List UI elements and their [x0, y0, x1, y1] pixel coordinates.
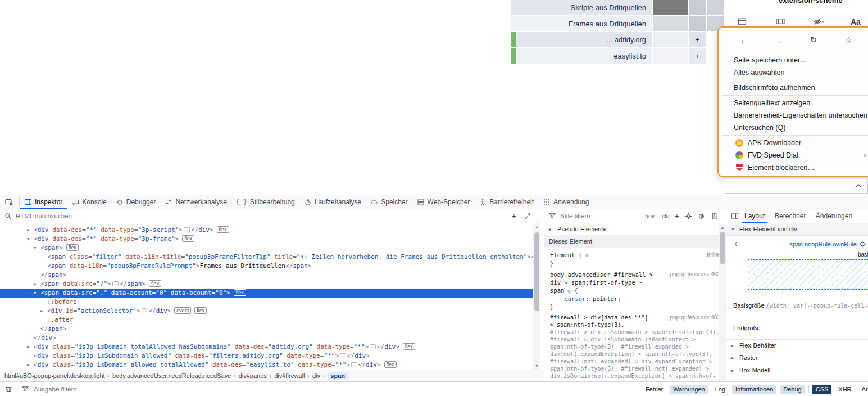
sidebar-toggle-icon[interactable]	[731, 212, 739, 220]
collapsed-content-icon[interactable]: …	[142, 308, 148, 313]
large-media-icon[interactable]	[775, 17, 785, 26]
flex-badge[interactable]: flex	[182, 235, 194, 242]
dark-scheme-icon[interactable]	[698, 213, 705, 220]
twisty-icon[interactable]: ▼	[34, 244, 40, 253]
flex-badge[interactable]: flex	[217, 226, 229, 233]
bookmark-icon[interactable]: ☆	[843, 35, 853, 45]
tab-laufzeitanalyse[interactable]: Laufzeitanalyse	[299, 195, 366, 209]
section-grid[interactable]: ▶ Raster	[726, 352, 868, 364]
markup-line[interactable]: ▼<span>flex	[0, 244, 533, 253]
menu-item-save-page-as[interactable]: Seite speichern unter…	[719, 54, 868, 66]
scroll-down-icon[interactable]: ▼	[533, 364, 540, 368]
markup-line[interactable]: ▶<div data-des="*" data-type="3p-script"…	[0, 226, 533, 235]
markup-line[interactable]: <div class="is3p isSubdomain allowed" da…	[0, 352, 533, 361]
markup-line[interactable]: <span class="filter" data-i18n-title="po…	[0, 253, 533, 262]
flex-badge[interactable]: flex	[403, 343, 415, 350]
print-media-icon[interactable]	[711, 213, 718, 220]
reload-icon[interactable]: ↻	[808, 35, 819, 45]
light-scheme-icon[interactable]	[685, 213, 692, 220]
highlight-node-icon[interactable]	[858, 240, 866, 248]
breadcrumb-item[interactable]: div#panes	[239, 372, 267, 379]
markup-line[interactable]: ::before	[0, 298, 533, 307]
collapsed-content-icon[interactable]: …	[112, 281, 119, 286]
flex-badge[interactable]: flex	[149, 280, 161, 287]
filter-info-button[interactable]: Informationen	[732, 385, 776, 394]
flex-badge[interactable]: flex	[384, 361, 397, 368]
filter-css-button[interactable]: CSS	[812, 385, 832, 394]
prev-flex-item-icon[interactable]: ‹	[734, 238, 737, 248]
filter-errors-button[interactable]: Fehler	[642, 385, 666, 394]
rule-source-link[interactable]: popup-fenix.css:462	[670, 271, 720, 278]
tab-aenderungen[interactable]: Änderungen	[811, 209, 857, 223]
forward-icon[interactable]: →	[774, 35, 784, 45]
markup-line[interactable]: ▼<span data-src="." data-acount="0" data…	[0, 289, 533, 298]
collapsed-content-icon[interactable]: …	[370, 344, 376, 349]
event-badge[interactable]: event	[174, 307, 191, 314]
filter-xhr-button[interactable]: XHR	[835, 385, 855, 394]
tab-netzwerkanalyse[interactable]: Netzwerkanalyse	[160, 195, 231, 209]
firewall-rule-cell[interactable]	[707, 0, 724, 15]
clear-console-icon[interactable]	[4, 385, 12, 393]
twisty-icon[interactable]: ▶	[27, 361, 34, 370]
tab-anwendung[interactable]: Anwendung	[538, 195, 593, 209]
scrollbar-thumb[interactable]	[534, 232, 539, 311]
firewall-row-label[interactable]: easylist.to	[516, 48, 652, 64]
console-filter-input[interactable]: Ausgabe filtern	[34, 386, 77, 393]
flex-badge[interactable]: flex	[234, 289, 246, 296]
markup-line[interactable]: ▶<div id="actionSelector">…</div>eventfl…	[0, 307, 533, 316]
add-node-icon[interactable]: +	[512, 212, 516, 220]
filter-requests-button[interactable]: Anfragen	[858, 385, 868, 394]
pick-element-button[interactable]	[0, 195, 19, 209]
menu-item-select-all[interactable]: Alles auswählen	[719, 66, 868, 79]
breadcrumb-item[interactable]: body.advancedUser.needReload.needSave	[112, 372, 231, 379]
markup-line[interactable]: ▶<div class="is3p isDomain allowed total…	[0, 361, 533, 370]
filter-log-button[interactable]: Log	[712, 385, 729, 394]
tab-stilbearbeitung[interactable]: { } Stilbearbeitung	[231, 195, 299, 209]
menu-item-fvd-speed-dial[interactable]: FVD Speed Dial ›	[719, 149, 868, 161]
rule-source-link[interactable]: popup-fenix.css:403	[670, 314, 720, 321]
firewall-row-label[interactable]: Skripte aus Drittquellen	[511, 0, 652, 15]
add-rule-icon[interactable]: +	[675, 212, 679, 220]
tab-web-speicher[interactable]: Web-Speicher	[412, 195, 475, 209]
remote-fonts-icon[interactable]: Aa	[851, 17, 861, 26]
menu-item-block-element[interactable]: Element blockieren…	[719, 161, 868, 174]
tab-berechnet[interactable]: Berechnet	[770, 209, 810, 223]
menu-item-view-source[interactable]: Seitenquelltext anzeigen	[719, 97, 868, 109]
tab-layout[interactable]: Layout	[740, 209, 769, 223]
firewall-rule-cell[interactable]	[689, 0, 706, 15]
back-icon[interactable]: ←	[739, 35, 749, 45]
firewall-rule-cell[interactable]	[653, 32, 688, 47]
tab-konsole[interactable]: Konsole	[67, 195, 111, 209]
pseudo-elements-header[interactable]: ▶ Pseudo-Elemente	[544, 223, 726, 235]
menu-item-inspect-a11y[interactable]: Barrierefreiheit-Eigenschaften untersuch…	[719, 109, 868, 122]
firewall-rule-cell[interactable]	[653, 16, 688, 32]
section-box-model[interactable]: ▶ Box-Modell	[726, 364, 868, 376]
style-filter-input[interactable]: Stile filtern	[560, 213, 590, 219]
firewall-rule-cell[interactable]	[689, 16, 706, 32]
pseudo-class-button[interactable]: :hov	[643, 213, 655, 219]
scrollbar-thumb[interactable]	[720, 232, 725, 264]
firewall-plus-cell[interactable]: +	[689, 32, 706, 47]
scroll-up-icon[interactable]: ▲	[533, 225, 540, 229]
firewall-plus-cell[interactable]: +	[689, 48, 706, 64]
collapsed-content-icon[interactable]: …	[351, 362, 357, 367]
twisty-icon[interactable]: ▶	[27, 343, 34, 352]
markup-line[interactable]: ::after	[0, 316, 533, 325]
tab-speicher[interactable]: Speicher	[366, 195, 412, 209]
twisty-icon[interactable]: ▶	[34, 280, 40, 289]
breadcrumb-item-selected[interactable]: span	[328, 372, 348, 380]
flex-badge[interactable]: flex	[66, 244, 79, 251]
eyedropper-icon[interactable]	[524, 213, 531, 220]
collapsed-content-icon[interactable]: …	[184, 227, 190, 232]
scroll-up-icon[interactable]: ▲	[719, 226, 726, 230]
firewall-row-label[interactable]: Frames aus Drittquellen	[511, 16, 652, 32]
menu-item-take-screenshot[interactable]: Bildschirmfoto aufnehmen	[719, 82, 868, 94]
breadcrumb-item[interactable]: div#firewall	[274, 372, 305, 379]
section-flex-container[interactable]: ▶ Flex-Behälter	[726, 339, 868, 352]
collapsed-content-icon[interactable]: …	[340, 353, 346, 358]
tab-debugger[interactable]: Debugger	[111, 195, 161, 209]
popup-blocker-icon[interactable]	[737, 17, 747, 26]
firewall-rule-cell[interactable]	[653, 48, 688, 64]
scroll-hint-strip[interactable]	[725, 179, 868, 194]
flex-badge[interactable]: flex	[194, 307, 207, 314]
